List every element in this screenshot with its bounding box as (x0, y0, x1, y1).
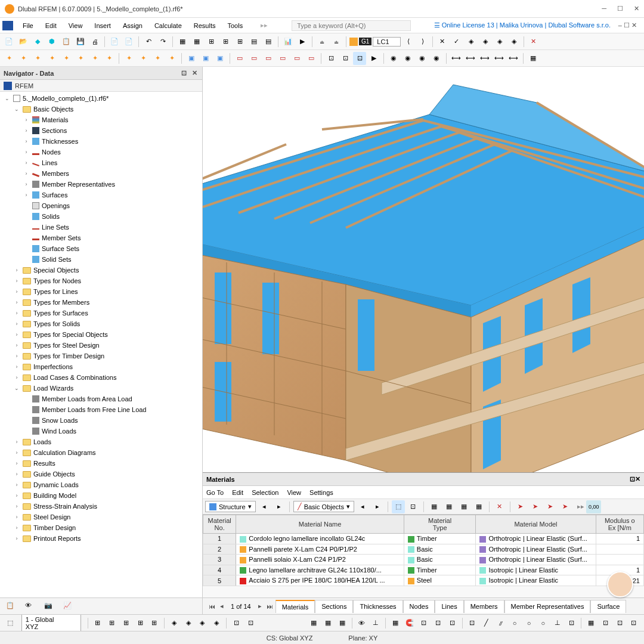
tab-thicknesses[interactable]: Thicknesses (353, 600, 402, 613)
layers2-icon[interactable]: ▤ (262, 35, 275, 48)
tree-node[interactable]: Member Loads from Area Load (0, 394, 202, 404)
tree-node[interactable]: ⌄5._Modello_completo_(1).rf6* (0, 93, 202, 104)
b6-icon[interactable]: ◈ (168, 617, 181, 630)
menu-insert[interactable]: Insert (88, 20, 117, 32)
osnap3-icon[interactable]: ⫽ (494, 617, 507, 630)
b3-icon[interactable]: ⊞ (119, 617, 132, 630)
result2-icon[interactable]: ✓ (450, 35, 463, 48)
tree-node[interactable]: ›Materials (0, 114, 202, 125)
objects-combo[interactable]: ╱Basic Objects ▾ (293, 501, 354, 512)
mat-menu-settings[interactable]: Settings (309, 489, 333, 496)
tree-node[interactable]: ›Types for Nodes (0, 275, 202, 286)
cube2-icon[interactable]: ▣ (199, 52, 212, 65)
frame4-icon[interactable]: ▭ (276, 52, 289, 65)
open-icon[interactable]: 📂 (17, 35, 30, 48)
tree-node[interactable]: ›Building Model (0, 490, 202, 501)
tree-node[interactable]: ›Types for Steel Design (0, 340, 202, 351)
maximize-button[interactable]: ☐ (617, 5, 623, 13)
surface-icon[interactable]: ✦ (45, 52, 58, 65)
result6-icon[interactable]: ◈ (507, 35, 521, 48)
set-icon[interactable]: ✦ (88, 52, 101, 65)
menu-edit[interactable]: Edit (39, 20, 63, 32)
tree-node[interactable]: ›Stress-Strain Analysis (0, 501, 202, 512)
new-icon[interactable]: 📄 (2, 35, 16, 48)
result1-icon[interactable]: ✕ (436, 35, 449, 48)
delete-icon[interactable]: ✕ (527, 35, 540, 48)
keyword-search-input[interactable] (292, 20, 411, 31)
tree-node[interactable]: ›Types for Lines (0, 286, 202, 297)
dim5-icon[interactable]: ⟷ (507, 52, 520, 65)
tree-node[interactable]: ›Types for Timber Design (0, 351, 202, 361)
tab-member-representatives[interactable]: Member Representatives (504, 600, 591, 613)
tree-node[interactable]: ›Thicknesses (0, 136, 202, 147)
filter-icon[interactable]: ⊡ (407, 500, 420, 513)
loadcase-combo[interactable]: LC1 (373, 37, 400, 47)
block-icon[interactable]: ◆ (31, 35, 44, 48)
osnap6-icon[interactable]: ○ (537, 617, 550, 630)
nav-eye-icon[interactable]: 👁 (25, 602, 37, 611)
dim4-icon[interactable]: ⟷ (493, 52, 506, 65)
load2-icon[interactable]: ✦ (137, 52, 150, 65)
view2-icon[interactable]: ⊡ (339, 52, 352, 65)
select-icon[interactable]: ⬚ (392, 500, 405, 513)
member-icon[interactable]: ✦ (31, 52, 44, 65)
load3-icon[interactable]: ✦ (151, 52, 164, 65)
view4-icon[interactable]: ▶ (367, 52, 380, 65)
mat-menu-goto[interactable]: Go To (206, 489, 224, 496)
tree-node[interactable]: Wind Loads (0, 426, 202, 436)
view1-icon[interactable]: ⊡ (324, 52, 338, 65)
frame2-icon[interactable]: ▭ (247, 52, 261, 65)
result3-icon[interactable]: ◈ (465, 35, 478, 48)
loadcase-group[interactable]: G1 (359, 38, 371, 45)
snap9-icon[interactable]: ⊡ (432, 617, 445, 630)
tree-node[interactable]: ›Dynamic Loads (0, 479, 202, 490)
nav-data-icon[interactable]: 📋 (6, 602, 18, 611)
snap3-icon[interactable]: ▦ (336, 617, 349, 630)
tree-node[interactable]: ›Member Representatives (0, 179, 202, 190)
grid2-icon[interactable]: ⊞ (219, 35, 232, 48)
frame6-icon[interactable]: ▭ (305, 52, 318, 65)
result4-icon[interactable]: ◈ (479, 35, 492, 48)
cs-icon[interactable]: ⬚ (4, 617, 17, 630)
tab-members[interactable]: Members (464, 600, 504, 613)
tree-node[interactable]: ›Surfaces (0, 190, 202, 200)
edit1-icon[interactable]: ▦ (428, 500, 441, 513)
render3-icon[interactable]: ◉ (416, 52, 429, 65)
tree-node[interactable]: ›Special Objects (0, 265, 202, 275)
del-icon[interactable]: ✕ (493, 500, 506, 513)
menu-calculate[interactable]: Calculate (148, 20, 188, 32)
track-icon[interactable]: ⊡ (627, 617, 640, 630)
tab-materials[interactable]: Materials (275, 600, 315, 613)
table2-icon[interactable]: ▦ (190, 35, 203, 48)
tree-node[interactable]: Snow Loads (0, 415, 202, 426)
nav-camera-icon[interactable]: 📷 (44, 602, 56, 611)
tree-node[interactable]: ›Types for Members (0, 297, 202, 308)
snap8-icon[interactable]: ⊡ (417, 617, 431, 630)
next-icon[interactable]: ▸ (273, 500, 286, 513)
tree-node[interactable]: ›Lines (0, 157, 202, 168)
table-icon[interactable]: ▦ (176, 35, 189, 48)
prev2-icon[interactable]: ◂ (356, 500, 369, 513)
save-icon[interactable]: 💾 (74, 35, 87, 48)
prev-icon[interactable]: ◂ (258, 500, 271, 513)
align-icon[interactable]: ⫨ (315, 35, 329, 48)
tree-node[interactable]: ⌄Load Wizards (0, 383, 202, 394)
menu-results[interactable]: Results (188, 20, 222, 32)
edit2-icon[interactable]: ▦ (442, 500, 456, 513)
result5-icon[interactable]: ◈ (493, 35, 506, 48)
tree-node[interactable]: ›Types for Surfaces (0, 308, 202, 318)
tree-node[interactable]: Surface Sets (0, 243, 202, 254)
b8-icon[interactable]: ◈ (196, 617, 209, 630)
polar-icon[interactable]: ⊡ (613, 617, 626, 630)
tree-node[interactable]: ›Results (0, 458, 202, 469)
tree-node[interactable]: ›Load Cases & Combinations (0, 372, 202, 383)
close-button[interactable]: ✕ (634, 5, 639, 13)
tree-node[interactable]: ›Nodes (0, 147, 202, 157)
b9-icon[interactable]: ◈ (210, 617, 223, 630)
mat-menu-edit[interactable]: Edit (232, 489, 243, 496)
tree-node[interactable]: ›Types for Special Objects (0, 329, 202, 340)
osnap2-icon[interactable]: ╱ (479, 617, 493, 630)
frame1-icon[interactable]: ▭ (233, 52, 246, 65)
tree-node[interactable]: ›Sections (0, 125, 202, 136)
tab-sections[interactable]: Sections (315, 600, 353, 613)
